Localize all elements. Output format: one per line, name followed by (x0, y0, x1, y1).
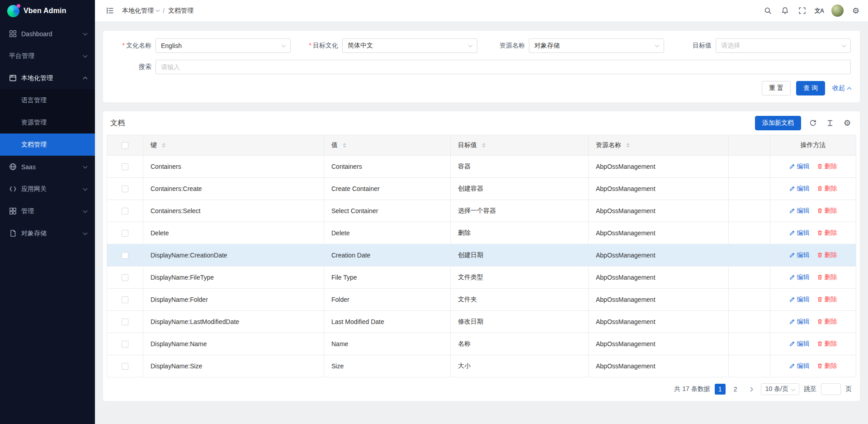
table-row[interactable]: DisplayName:Size Size 大小 AbpOssManagemen… (107, 355, 856, 377)
avatar[interactable] (831, 5, 844, 17)
cell-resource-name: AbpOssManagement (589, 244, 729, 267)
edit-icon (789, 252, 795, 258)
row-checkbox[interactable] (122, 296, 128, 303)
sort-icon[interactable] (162, 143, 165, 148)
page-button-1[interactable]: 1 (715, 384, 726, 395)
delete-button[interactable]: 删除 (817, 185, 837, 193)
menu-collapse-icon[interactable] (102, 3, 118, 19)
edit-icon (789, 208, 795, 214)
delete-button[interactable]: 删除 (817, 162, 837, 171)
dashboard-icon (9, 30, 17, 38)
row-checkbox[interactable] (122, 341, 128, 348)
collapse-link[interactable]: 收起 (832, 84, 851, 92)
edit-button[interactable]: 编辑 (789, 162, 810, 171)
table-settings-icon[interactable] (842, 118, 853, 129)
delete-button[interactable]: 删除 (817, 251, 837, 259)
page-size-select[interactable]: 10 条/页 (761, 383, 799, 395)
row-checkbox[interactable] (122, 186, 128, 192)
culture-name-select[interactable]: English (156, 38, 291, 53)
breadcrumb-parent[interactable]: 本地化管理 (122, 7, 159, 15)
table-row[interactable]: Containers Containers 容器 AbpOssManagemen… (107, 156, 856, 178)
notification-icon[interactable] (777, 3, 793, 19)
row-checkbox[interactable] (122, 163, 128, 170)
edit-button[interactable]: 编辑 (789, 340, 810, 348)
edit-icon (789, 163, 795, 169)
cell-value: Folder (324, 289, 451, 311)
sidebar-item-object-storage[interactable]: 对象存储 (0, 222, 95, 244)
page-button-2[interactable]: 2 (730, 384, 741, 395)
table-row[interactable]: DisplayName:LastModifiedDate Last Modifi… (107, 311, 856, 333)
edit-button[interactable]: 编辑 (789, 229, 810, 237)
delete-button[interactable]: 删除 (817, 362, 837, 370)
sidebar-item-admin[interactable]: 管理 (0, 200, 95, 222)
sidebar-item-dashboard[interactable]: Dashboard (0, 23, 95, 45)
edit-button[interactable]: 编辑 (789, 295, 810, 304)
sidebar-item-localization[interactable]: 本地化管理 (0, 67, 95, 89)
cell-extra (729, 267, 770, 289)
select-all-checkbox[interactable] (122, 142, 128, 149)
delete-button[interactable]: 删除 (817, 273, 837, 281)
fullscreen-icon[interactable] (794, 3, 810, 19)
add-document-button[interactable]: 添加新文档 (755, 116, 801, 130)
sidebar-item-saas[interactable]: Saas (0, 156, 95, 178)
row-checkbox[interactable] (122, 274, 128, 281)
edit-button[interactable]: 编辑 (789, 185, 810, 193)
sort-icon[interactable] (626, 143, 630, 148)
row-checkbox[interactable] (122, 363, 128, 370)
delete-button[interactable]: 删除 (817, 207, 837, 215)
target-culture-select[interactable]: 简体中文 (342, 38, 477, 53)
delete-button[interactable]: 删除 (817, 295, 837, 304)
cell-value: Creation Date (324, 244, 451, 267)
search-input[interactable] (156, 60, 851, 74)
table-header-row: 键 值 目标值 资源名 (107, 135, 856, 156)
refresh-icon[interactable] (807, 118, 818, 129)
reset-button[interactable]: 重 置 (762, 81, 791, 95)
sidebar-item-document-management[interactable]: 文档管理 (0, 133, 95, 156)
table-row[interactable]: DisplayName:CreationDate Creation Date 创… (107, 244, 856, 267)
logo-text: Vben Admin (24, 7, 66, 15)
logo-icon (7, 5, 19, 17)
column-header-resource[interactable]: 资源名称 (589, 135, 729, 156)
table-row[interactable]: DisplayName:FileType File Type 文件类型 AbpO… (107, 267, 856, 289)
translate-icon[interactable] (811, 3, 827, 19)
sort-icon[interactable] (482, 143, 486, 148)
query-button[interactable]: 查 询 (796, 81, 825, 95)
sort-icon[interactable] (343, 143, 346, 148)
delete-button[interactable]: 删除 (817, 229, 837, 237)
edit-button[interactable]: 编辑 (789, 318, 810, 326)
row-height-icon[interactable] (825, 118, 835, 129)
column-header-value[interactable]: 值 (324, 135, 451, 156)
sidebar-item-language-management[interactable]: 语言管理 (0, 89, 95, 111)
edit-icon (789, 274, 795, 280)
row-checkbox[interactable] (122, 252, 128, 259)
logo[interactable]: Vben Admin (0, 0, 95, 22)
table-row[interactable]: DisplayName:Folder Folder 文件夹 AbpOssMana… (107, 289, 856, 311)
sidebar-item-resource-management[interactable]: 资源管理 (0, 111, 95, 133)
delete-button[interactable]: 删除 (817, 340, 837, 348)
row-checkbox[interactable] (122, 208, 128, 214)
search-label: 搜索 (112, 63, 156, 71)
edit-button[interactable]: 编辑 (789, 207, 810, 215)
column-header-key[interactable]: 键 (143, 135, 324, 156)
row-checkbox[interactable] (122, 230, 128, 237)
column-header-target[interactable]: 目标值 (451, 135, 589, 156)
resource-name-select[interactable]: 对象存储 (529, 38, 664, 53)
next-page-button[interactable] (745, 384, 756, 395)
sidebar-item-platform[interactable]: 平台管理 (0, 45, 95, 67)
settings-icon[interactable] (848, 3, 863, 19)
table-row[interactable]: Containers:Create Create Container 创建容器 … (107, 178, 856, 200)
row-checkbox[interactable] (122, 319, 128, 325)
sidebar-item-gateway[interactable]: 应用网关 (0, 178, 95, 200)
edit-icon (789, 363, 795, 369)
edit-button[interactable]: 编辑 (789, 273, 810, 281)
delete-button[interactable]: 删除 (817, 318, 837, 326)
top-header: 本地化管理 / 文档管理 (95, 0, 868, 22)
edit-button[interactable]: 编辑 (789, 251, 810, 259)
table-row[interactable]: Containers:Select Select Container 选择一个容… (107, 200, 856, 222)
target-value-select[interactable]: 请选择 (716, 38, 851, 53)
edit-button[interactable]: 编辑 (789, 362, 810, 370)
table-row[interactable]: DisplayName:Name Name 名称 AbpOssManagemen… (107, 333, 856, 355)
table-row[interactable]: Delete Delete 删除 AbpOssManagement 编辑 删除 (107, 222, 856, 244)
jump-page-input[interactable] (821, 383, 841, 395)
search-icon[interactable] (760, 3, 775, 19)
